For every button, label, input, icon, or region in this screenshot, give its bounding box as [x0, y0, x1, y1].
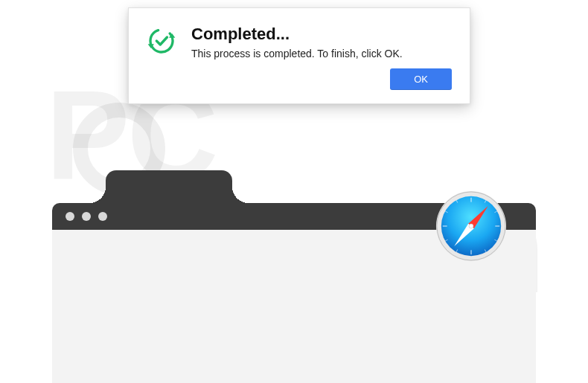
- safari-icon: [435, 190, 508, 263]
- traffic-light-close[interactable]: [65, 212, 74, 221]
- traffic-light-minimize[interactable]: [82, 212, 91, 221]
- ok-button[interactable]: OK: [390, 68, 452, 90]
- checkmark-refresh-icon: [147, 26, 176, 56]
- browser-tab[interactable]: [106, 170, 232, 203]
- svg-point-20: [147, 26, 176, 56]
- completed-dialog: Completed... This process is completed. …: [128, 7, 470, 104]
- dialog-message: This process is completed. To finish, cl…: [191, 48, 452, 59]
- svg-point-19: [469, 224, 473, 228]
- traffic-light-zoom[interactable]: [98, 212, 107, 221]
- dialog-title: Completed...: [191, 25, 452, 44]
